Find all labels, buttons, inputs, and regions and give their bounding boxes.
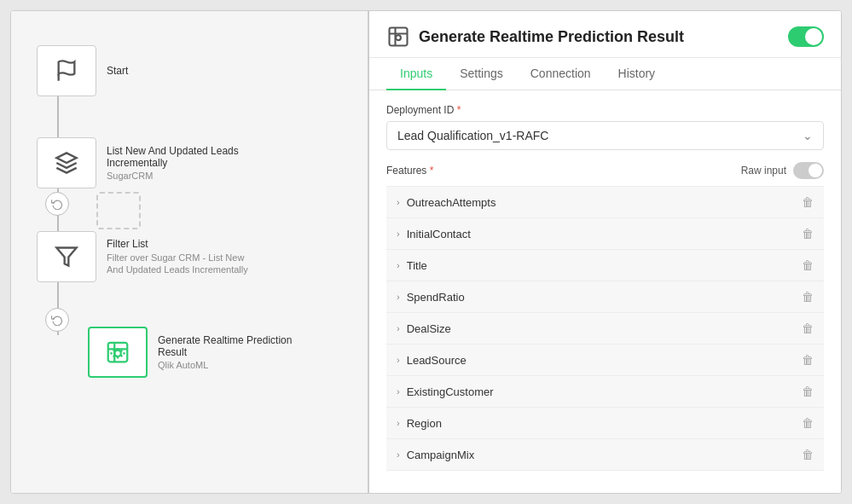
- panel-body: Deployment ID * Lead Qualification_v1-RA…: [369, 90, 841, 493]
- feature-name: DealSize: [407, 322, 451, 335]
- connector-1: [57, 93, 59, 144]
- row-chevron-icon: ›: [397, 229, 400, 239]
- deployment-id-value: Lead Qualification_v1-RAFC: [397, 129, 548, 142]
- flow-canvas: Start List New And Updated Leads Increme…: [11, 11, 369, 493]
- raw-input-area: Raw input: [741, 162, 824, 179]
- feature-name: SpendRatio: [407, 291, 465, 304]
- feature-name: ExistingCustomer: [407, 385, 494, 398]
- filter-sublabel: Filter over Sugar CRM - List New And Upd…: [107, 252, 260, 276]
- delete-feature-icon[interactable]: 🗑: [802, 353, 814, 367]
- start-node[interactable]: Start: [37, 45, 128, 96]
- tab-settings[interactable]: Settings: [446, 58, 517, 90]
- generate-label: Generate Realtime Prediction Result: [158, 334, 311, 358]
- list-leads-label: List New And Updated Leads Incrementally: [107, 145, 277, 169]
- row-chevron-icon: ›: [397, 355, 400, 365]
- repeat-connector-2: [45, 308, 69, 332]
- raw-toggle-knob: [809, 164, 822, 177]
- features-header: Features * Raw input: [386, 162, 824, 179]
- feature-row: › Region 🗑: [386, 408, 824, 439]
- delete-feature-icon[interactable]: 🗑: [802, 322, 814, 335]
- svg-point-4: [396, 35, 401, 40]
- svg-marker-2: [56, 248, 76, 266]
- delete-feature-icon[interactable]: 🗑: [802, 385, 814, 398]
- right-panel: Generate Realtime Prediction Result Inpu…: [369, 11, 841, 493]
- feature-name: Title: [407, 259, 427, 272]
- svg-point-3: [114, 350, 121, 357]
- delete-feature-icon[interactable]: 🗑: [802, 448, 814, 461]
- panel-icon: [386, 25, 410, 49]
- generate-prediction-node-box: [88, 327, 148, 378]
- row-chevron-icon: ›: [397, 386, 400, 397]
- feature-name: OutreachAttempts: [407, 196, 496, 209]
- delete-feature-icon[interactable]: 🗑: [802, 227, 814, 240]
- features-list: › OutreachAttempts 🗑 › InitialContact 🗑 …: [386, 186, 824, 471]
- filter-node[interactable]: Filter List Filter over Sugar CRM - List…: [37, 231, 260, 282]
- list-leads-node[interactable]: List New And Updated Leads Incrementally…: [37, 137, 277, 188]
- feature-name: Region: [407, 417, 442, 430]
- row-chevron-icon: ›: [397, 418, 400, 428]
- tab-connection[interactable]: Connection: [517, 58, 605, 90]
- row-chevron-icon: ›: [397, 197, 400, 207]
- svg-marker-1: [56, 153, 76, 163]
- row-chevron-icon: ›: [397, 449, 400, 460]
- delete-feature-icon[interactable]: 🗑: [802, 290, 814, 304]
- raw-input-toggle[interactable]: [793, 162, 824, 179]
- tab-inputs[interactable]: Inputs: [386, 58, 446, 90]
- feature-row: › SpendRatio 🗑: [386, 281, 824, 313]
- list-leads-sublabel: SugarCRM: [107, 171, 277, 181]
- raw-input-label: Raw input: [741, 165, 786, 177]
- repeat-connector-1: [45, 192, 69, 216]
- row-chevron-icon: ›: [397, 323, 400, 333]
- filter-label: Filter List: [107, 238, 260, 250]
- panel-title: Generate Realtime Prediction Result: [419, 28, 684, 46]
- generate-prediction-node[interactable]: Generate Realtime Prediction Result Qlik…: [88, 327, 311, 378]
- toggle-knob: [805, 28, 822, 45]
- delete-feature-icon[interactable]: 🗑: [802, 258, 814, 272]
- tab-history[interactable]: History: [605, 58, 669, 90]
- feature-row: › ExistingCustomer 🗑: [386, 376, 824, 408]
- feature-row: › InitialContact 🗑: [386, 218, 824, 250]
- filter-node-box: [37, 231, 96, 282]
- list-leads-node-box: [37, 137, 96, 188]
- tabs-bar: Inputs Settings Connection History: [369, 58, 841, 90]
- deployment-id-label: Deployment ID *: [386, 104, 824, 116]
- feature-name: InitialContact: [407, 228, 471, 240]
- deployment-id-dropdown[interactable]: Lead Qualification_v1-RAFC ⌄: [386, 121, 824, 150]
- panel-title-area: Generate Realtime Prediction Result: [386, 25, 684, 49]
- placeholder-node: [96, 192, 141, 229]
- feature-row: › LeadSource 🗑: [386, 345, 824, 376]
- dropdown-chevron-icon: ⌄: [803, 129, 813, 142]
- start-node-box: [37, 45, 96, 96]
- delete-feature-icon[interactable]: 🗑: [802, 195, 814, 209]
- generate-sublabel: Qlik AutoML: [158, 360, 311, 370]
- feature-name: LeadSource: [407, 354, 467, 367]
- row-chevron-icon: ›: [397, 260, 400, 270]
- feature-row: › Title 🗑: [386, 250, 824, 281]
- feature-row: › DealSize 🗑: [386, 313, 824, 345]
- delete-feature-icon[interactable]: 🗑: [802, 416, 814, 430]
- panel-toggle[interactable]: [788, 26, 824, 47]
- panel-header: Generate Realtime Prediction Result: [369, 11, 841, 58]
- feature-name: CampaignMix: [407, 449, 474, 461]
- row-chevron-icon: ›: [397, 292, 400, 302]
- start-label: Start: [107, 65, 128, 77]
- feature-row: › CampaignMix 🗑: [386, 439, 824, 471]
- feature-row: › OutreachAttempts 🗑: [386, 186, 824, 218]
